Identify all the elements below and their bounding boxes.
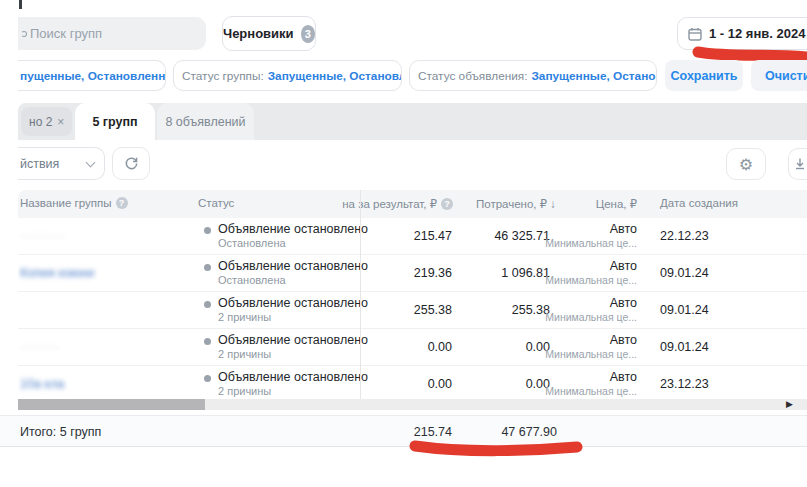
status-dot bbox=[204, 227, 211, 234]
scrollbar-thumb[interactable] bbox=[18, 399, 205, 410]
filter-chip-campaign-status[interactable]: пущенные, Остановленные × bbox=[18, 60, 166, 91]
group-name[interactable]: ········ bbox=[20, 340, 190, 354]
status-dot bbox=[204, 264, 211, 271]
status-text: Объявление остановлено bbox=[218, 333, 368, 347]
filter-chip-ad-status[interactable]: Статус объявления: Запущенные, Остановле… bbox=[409, 60, 657, 91]
substatus-text: Остановлена bbox=[218, 274, 368, 286]
tab-ads[interactable]: 8 объявлений bbox=[157, 103, 254, 140]
search-icon bbox=[21, 31, 27, 37]
created-date: 23.12.23 bbox=[660, 377, 709, 391]
help-icon[interactable]: ? bbox=[116, 197, 128, 209]
refresh-icon bbox=[124, 156, 139, 171]
status-text: Объявление остановлено bbox=[218, 296, 368, 310]
status-dot bbox=[204, 338, 211, 345]
price-value: Авто bbox=[518, 370, 637, 384]
frozen-column-divider bbox=[360, 190, 361, 399]
status-text: Объявление остановлено bbox=[218, 370, 368, 384]
calendar-icon bbox=[688, 27, 702, 41]
export-button[interactable] bbox=[788, 148, 807, 180]
price-strategy: Минимальная це... bbox=[518, 274, 637, 286]
substatus-text: 2 причины bbox=[218, 311, 368, 323]
price-value: Авто bbox=[518, 333, 637, 347]
tab-strip: но 2 × 5 групп 8 объявлений bbox=[18, 103, 807, 140]
sort-desc-icon: ↓ bbox=[550, 198, 556, 210]
column-header-status[interactable]: Статус bbox=[198, 197, 234, 209]
table-row[interactable]: ········ Объявление остановлено 2 причин… bbox=[18, 329, 807, 366]
price-value: Авто bbox=[518, 259, 637, 273]
price-strategy: Минимальная це... bbox=[518, 385, 637, 397]
table-row[interactable]: ········· Объявление остановлено Останов… bbox=[18, 218, 807, 255]
drafts-button[interactable]: Черновики 3 bbox=[222, 16, 316, 51]
horizontal-scrollbar[interactable]: ▶ bbox=[18, 399, 807, 410]
chevron-down-icon bbox=[86, 157, 96, 167]
cursor-artifact bbox=[19, 0, 22, 9]
created-date: 22.12.23 bbox=[660, 229, 709, 243]
tab-selected-items[interactable]: но 2 × bbox=[21, 107, 72, 136]
table-footer: Итого: 5 групп 215.74 47 677.90 bbox=[0, 415, 807, 447]
created-date: 09.01.24 bbox=[660, 303, 709, 317]
table-row[interactable]: 10а кла Объявление остановлено 2 причины… bbox=[18, 366, 807, 399]
cost-per-result-value: 0.00 bbox=[368, 377, 452, 391]
ads-manager-screen: Черновики 3 1 - 12 янв. 2024 пущенные, О… bbox=[0, 0, 807, 487]
price-strategy: Минимальная це... bbox=[518, 237, 637, 249]
totals-spent: 47 677.90 bbox=[460, 425, 557, 439]
column-header-name[interactable]: Название группы ? bbox=[20, 197, 128, 209]
totals-label: Итого: 5 групп bbox=[20, 425, 101, 439]
cost-per-result-value: 215.47 bbox=[368, 229, 452, 243]
gear-icon: ⚙ bbox=[739, 155, 753, 174]
substatus-text: 2 причины bbox=[218, 348, 368, 360]
save-filters-button[interactable]: Сохранить bbox=[665, 60, 743, 91]
drafts-label: Черновики bbox=[223, 26, 294, 41]
settings-button[interactable]: ⚙ bbox=[726, 148, 766, 180]
status-text: Объявление остановлено bbox=[218, 259, 368, 273]
cost-per-result-value: 0.00 bbox=[368, 340, 452, 354]
chip-value: Запущенные, Остановленные bbox=[531, 69, 657, 83]
actions-dropdown-label: йствия bbox=[20, 157, 59, 171]
table-header: Название группы ? Статус на за результат… bbox=[18, 190, 807, 218]
created-date: 09.01.24 bbox=[660, 340, 709, 354]
price-strategy: Минимальная це... bbox=[518, 311, 637, 323]
price-strategy: Минимальная це... bbox=[518, 348, 637, 360]
search-input-wrapper bbox=[18, 17, 206, 50]
column-header-cost-per-result[interactable]: на за результат, ₽ ? bbox=[363, 197, 453, 211]
price-value: Авто bbox=[518, 296, 637, 310]
substatus-text: Остановлена bbox=[218, 237, 368, 249]
cost-per-result-value: 219.36 bbox=[368, 266, 452, 280]
status-dot bbox=[204, 301, 211, 308]
chip-label: Статус объявления: bbox=[418, 69, 527, 83]
date-range-label: 1 - 12 янв. 2024 bbox=[709, 26, 805, 41]
table-row[interactable]: Копия изюни Объявление остановлено Остан… bbox=[18, 255, 807, 292]
search-input[interactable] bbox=[18, 26, 178, 41]
close-icon[interactable]: × bbox=[57, 115, 64, 129]
column-header-spent[interactable]: Потрачено, ₽ ↓ bbox=[460, 197, 556, 211]
chip-label: Статус группы: bbox=[182, 69, 264, 83]
drafts-count-badge: 3 bbox=[301, 25, 315, 43]
status-dot bbox=[204, 375, 211, 382]
substatus-text: 2 причины bbox=[218, 385, 368, 397]
date-range-picker[interactable]: 1 - 12 янв. 2024 bbox=[677, 17, 807, 50]
cost-per-result-value: 255.38 bbox=[368, 303, 452, 317]
download-icon bbox=[793, 157, 807, 171]
table-row[interactable]: Объявление остановлено 2 причины 255.38 … bbox=[18, 292, 807, 329]
scroll-right-arrow-icon[interactable]: ▶ bbox=[786, 399, 793, 410]
created-date: 09.01.24 bbox=[660, 266, 709, 280]
totals-cost-per-result: 215.74 bbox=[368, 425, 452, 439]
column-header-price[interactable]: Цена, ₽ bbox=[558, 197, 637, 211]
column-header-created[interactable]: Дата создания bbox=[660, 197, 738, 209]
price-value: Авто bbox=[518, 222, 637, 236]
refresh-button[interactable] bbox=[112, 147, 150, 180]
group-name-link[interactable]: Копия изюни bbox=[20, 266, 190, 280]
status-text: Объявление остановлено bbox=[218, 222, 368, 236]
clear-filters-button[interactable]: Очисти bbox=[751, 60, 807, 91]
group-name-link[interactable]: 10а кла bbox=[20, 377, 190, 391]
actions-dropdown[interactable]: йствия bbox=[18, 147, 105, 180]
chip-value: Запущенные, Остановленные bbox=[268, 69, 402, 83]
actions-row: йствия ⚙ bbox=[0, 140, 807, 188]
table-body: ········· Объявление остановлено Останов… bbox=[18, 218, 807, 399]
help-icon[interactable]: ? bbox=[441, 198, 453, 210]
filter-chip-group-status[interactable]: Статус группы: Запущенные, Остановленные… bbox=[173, 60, 402, 91]
tab-label: но 2 bbox=[29, 115, 52, 129]
group-name[interactable]: ········· bbox=[20, 229, 190, 243]
tab-groups[interactable]: 5 групп bbox=[75, 103, 155, 140]
chip-value: пущенные, Остановленные bbox=[20, 69, 166, 83]
